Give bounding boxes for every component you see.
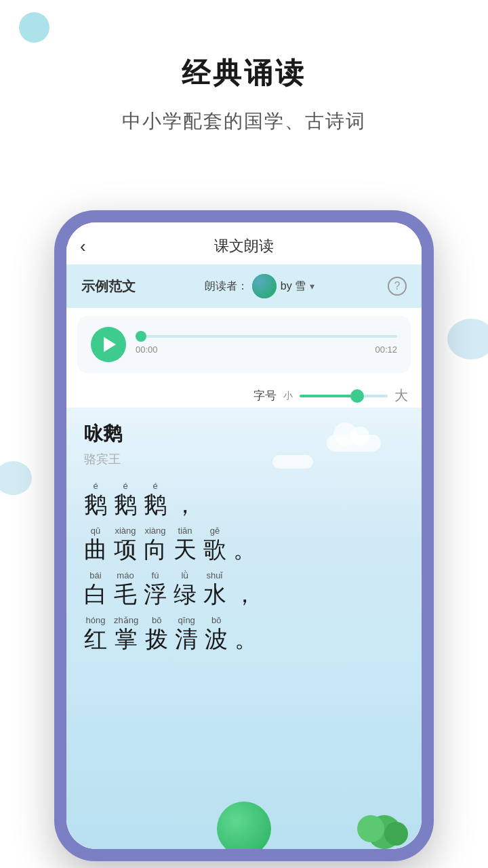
poem-line-4: hóng 红 zhǎng 掌 bō 拨 <box>84 615 404 650</box>
char-e2: é 鹅 <box>114 481 137 516</box>
slider-fill <box>300 395 357 397</box>
punct-3: ， <box>233 583 256 606</box>
char-zhang: zhǎng 掌 <box>114 615 138 650</box>
bush-circle-3 <box>384 822 408 846</box>
char-fu: fú 浮 <box>144 570 167 606</box>
cloud-decoration-1 <box>327 435 381 452</box>
player-row: 00:00 00:12 <box>91 327 397 362</box>
nav-title: 课文朗读 <box>214 236 274 256</box>
poem-line-3: bái 白 máo 毛 fú 浮 <box>84 570 404 606</box>
char-e1: é 鹅 <box>84 481 107 516</box>
bush-circle-2 <box>357 815 384 842</box>
play-icon <box>104 337 116 352</box>
poem-line-2: qū 曲 xiàng 项 xiàng 向 <box>84 526 404 561</box>
char-mao: máo 毛 <box>114 570 137 606</box>
char-bo1: bō 拨 <box>145 615 168 650</box>
ball-decoration <box>217 802 271 849</box>
content-header: 示例范文 朗读者： by 雪 ▾ ? <box>66 264 422 308</box>
char-bo2: bō 波 <box>205 615 228 650</box>
phone-inner: ‹ 课文朗读 示例范文 朗读者： by 雪 ▾ ? <box>66 222 422 849</box>
phone-mockup: ‹ 课文朗读 示例范文 朗读者： by 雪 ▾ ? <box>54 210 434 861</box>
bubble-decoration-left <box>0 461 32 495</box>
char-qu: qū 曲 <box>84 526 107 561</box>
char-tian: tiān 天 <box>174 526 197 561</box>
char-shui: shuǐ 水 <box>203 570 226 606</box>
char-xiang2: xiàng 向 <box>144 526 167 561</box>
char-qing: qīng 清 <box>175 615 198 650</box>
bubble-decoration-right <box>447 319 488 359</box>
char-ge: gē 歌 <box>203 526 226 561</box>
help-button[interactable]: ? <box>388 277 407 296</box>
audio-player: 00:00 00:12 <box>77 316 411 373</box>
nav-bar: ‹ 课文朗读 <box>66 222 422 264</box>
bush-decoration <box>354 802 408 849</box>
phone-outer: ‹ 课文朗读 示例范文 朗读者： by 雪 ▾ ? <box>54 210 434 861</box>
bubble-decoration-top-left <box>19 12 49 43</box>
font-size-slider[interactable] <box>300 395 388 397</box>
font-size-small-label: 小 <box>283 390 293 402</box>
slider-thumb <box>350 389 364 403</box>
play-button[interactable] <box>91 327 126 362</box>
char-hong: hóng 红 <box>84 615 107 650</box>
char-bai: bái 白 <box>84 570 107 606</box>
reader-selector[interactable]: 朗读者： by 雪 ▾ <box>205 274 314 298</box>
cloud-decoration-2 <box>272 455 313 469</box>
app-screen: ‹ 课文朗读 示例范文 朗读者： by 雪 ▾ ? <box>66 222 422 849</box>
page-title: 经典诵读 <box>0 54 488 92</box>
char-e3: é 鹅 <box>144 481 167 516</box>
example-label: 示例范文 <box>81 277 136 296</box>
poem-lines: é 鹅 é 鹅 é 鹅 ， <box>84 481 404 650</box>
reader-label: 朗读者： <box>205 279 248 294</box>
poem-author: 骆宾王 <box>84 451 404 467</box>
page-header: 经典诵读 中小学配套的国学、古诗词 <box>0 0 488 134</box>
punct-2: 。 <box>233 538 256 561</box>
progress-container[interactable]: 00:00 00:12 <box>136 335 397 355</box>
punct-1: ， <box>174 493 197 516</box>
poem-area: 咏鹅 骆宾王 é 鹅 é 鹅 <box>66 408 422 849</box>
time-row: 00:00 00:12 <box>136 344 397 355</box>
total-time: 00:12 <box>375 344 397 355</box>
chevron-down-icon[interactable]: ▾ <box>310 281 314 292</box>
help-icon: ? <box>394 280 401 292</box>
page-subtitle: 中小学配套的国学、古诗词 <box>0 108 488 134</box>
font-size-label: 字号 <box>253 388 277 403</box>
progress-thumb <box>136 331 146 342</box>
char-xiang1: xiàng 项 <box>114 526 137 561</box>
poem-line-1: é 鹅 é 鹅 é 鹅 ， <box>84 481 404 516</box>
reader-avatar <box>252 274 277 298</box>
font-size-large-label: 大 <box>394 387 408 405</box>
punct-4: 。 <box>235 627 258 650</box>
reader-name: by 雪 <box>281 279 306 294</box>
back-button[interactable]: ‹ <box>80 236 86 257</box>
progress-bar-track[interactable] <box>136 335 397 338</box>
current-time: 00:00 <box>136 344 158 355</box>
font-size-control: 字号 小 大 <box>66 381 422 408</box>
char-lv: lǜ 绿 <box>174 570 197 606</box>
